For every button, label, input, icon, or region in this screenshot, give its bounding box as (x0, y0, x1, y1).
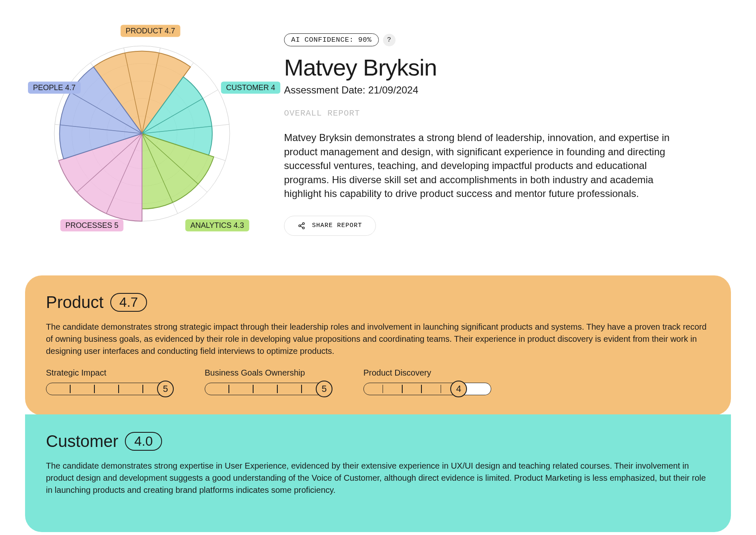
assessment-date: Assessment Date: 21/09/2024 (284, 84, 731, 96)
skill-name: Strategic Impact (46, 368, 188, 378)
customer-section: Customer 4.0 The candidate demonstrates … (25, 414, 731, 532)
share-report-button[interactable]: SHARE REPORT (284, 216, 376, 236)
svg-line-44 (300, 226, 302, 227)
skill-gauge: 5 (205, 382, 347, 396)
skill-gauge: 5 (46, 382, 188, 396)
share-icon (298, 222, 305, 230)
svg-point-41 (299, 225, 301, 227)
skill-name: Business Goals Ownership (205, 368, 347, 378)
skill-score-knob: 5 (157, 381, 174, 397)
skill-gauge: 4 (363, 382, 505, 396)
help-icon[interactable]: ? (383, 34, 396, 46)
product-skills-row: Strategic Impact5Business Goals Ownershi… (46, 368, 710, 396)
svg-point-42 (302, 227, 304, 229)
chart-label-analytics: ANALYTICS 4.3 (185, 220, 249, 232)
product-body: The candidate demonstrates strong strate… (46, 321, 710, 357)
skill-business-goals-ownership: Business Goals Ownership5 (205, 368, 347, 396)
customer-title: Customer (46, 432, 118, 451)
customer-body: The candidate demonstrates strong expert… (46, 460, 710, 496)
candidate-name: Matvey Bryksin (284, 54, 731, 81)
chart-label-customer: CUSTOMER 4 (221, 82, 280, 94)
svg-line-43 (300, 224, 302, 225)
product-section: Product 4.7 The candidate demonstrates s… (25, 275, 731, 415)
info-panel: AI CONFIDENCE: 90% ? Matvey Bryksin Asse… (284, 17, 731, 236)
chart-label-people: PEOPLE 4.7 (28, 82, 81, 94)
share-report-label: SHARE REPORT (312, 222, 362, 229)
polar-chart: PRODUCT 4.7CUSTOMER 4ANALYTICS 4.3PROCES… (25, 17, 259, 242)
top-section: PRODUCT 4.7CUSTOMER 4ANALYTICS 4.3PROCES… (25, 17, 731, 242)
skill-score-knob: 5 (316, 381, 332, 397)
chart-label-processes: PROCESSES 5 (60, 220, 123, 232)
overall-summary: Matvey Bryksin demonstrates a strong ble… (284, 131, 693, 201)
skill-name: Product Discovery (363, 368, 505, 378)
product-score: 4.7 (110, 293, 147, 312)
customer-score: 4.0 (125, 432, 162, 451)
chart-label-product: PRODUCT 4.7 (121, 25, 180, 37)
skill-score-knob: 4 (450, 381, 467, 397)
confidence-badge: AI CONFIDENCE: 90% (284, 33, 379, 46)
skill-strategic-impact: Strategic Impact5 (46, 368, 188, 396)
skill-product-discovery: Product Discovery4 (363, 368, 505, 396)
product-title: Product (46, 293, 104, 312)
overall-report-label: OVERALL REPORT (284, 109, 731, 118)
svg-point-40 (302, 222, 304, 225)
